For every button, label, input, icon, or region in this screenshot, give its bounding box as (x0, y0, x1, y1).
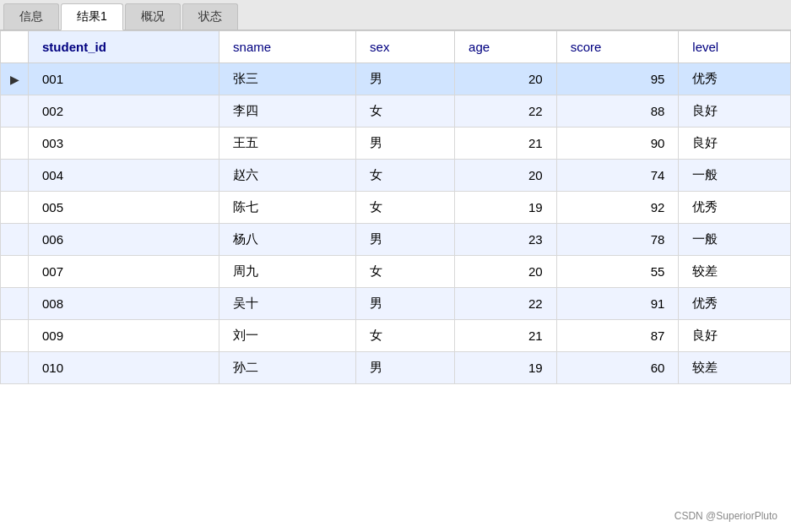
cell-score: 90 (556, 128, 679, 160)
row-indicator-header (1, 31, 29, 63)
cell-sname: 王五 (219, 128, 356, 160)
app-container: 信息结果1概况状态 student_idsnamesexagescoreleve… (0, 0, 791, 532)
cell-age: 23 (455, 224, 557, 256)
cell-sex: 女 (356, 95, 455, 128)
cell-sname: 李四 (219, 95, 356, 128)
cell-student_id: 010 (29, 352, 219, 384)
cell-score: 88 (556, 95, 679, 128)
cell-score: 55 (556, 256, 679, 288)
cell-level: 良好 (679, 128, 791, 160)
tab-bar: 信息结果1概况状态 (0, 0, 791, 30)
cell-age: 21 (455, 320, 557, 352)
cell-sname: 杨八 (219, 224, 356, 256)
cell-age: 21 (455, 128, 557, 160)
row-indicator-4 (1, 192, 29, 224)
table-row[interactable]: 010孙二男1960较差 (1, 352, 791, 384)
cell-age: 20 (455, 160, 557, 192)
col-header-age: age (455, 31, 557, 63)
cell-level: 优秀 (679, 192, 791, 224)
cell-level: 优秀 (679, 288, 791, 320)
cell-sname: 周九 (219, 256, 356, 288)
col-header-score: score (556, 31, 679, 63)
table-row[interactable]: 002李四女2288良好 (1, 95, 791, 128)
cell-student_id: 007 (29, 256, 219, 288)
row-indicator-1 (1, 95, 29, 128)
cell-sex: 男 (356, 288, 455, 320)
cell-sname: 刘一 (219, 320, 356, 352)
table-row[interactable]: 004赵六女2074一般 (1, 160, 791, 192)
row-indicator-6 (1, 256, 29, 288)
cell-sname: 张三 (219, 63, 356, 95)
cell-age: 22 (455, 288, 557, 320)
row-indicator-2 (1, 128, 29, 160)
table-row[interactable]: 003王五男2190良好 (1, 128, 791, 160)
table-row[interactable]: 006杨八男2378一般 (1, 224, 791, 256)
cell-student_id: 002 (29, 95, 219, 128)
tab-状态[interactable]: 状态 (182, 3, 238, 30)
table-row[interactable]: 005陈七女1992优秀 (1, 192, 791, 224)
cell-score: 78 (556, 224, 679, 256)
cell-score: 87 (556, 320, 679, 352)
col-header-level: level (679, 31, 791, 63)
cell-sname: 赵六 (219, 160, 356, 192)
row-indicator-5 (1, 224, 29, 256)
tab-信息[interactable]: 信息 (3, 3, 59, 30)
cell-age: 22 (455, 95, 557, 128)
row-indicator-9 (1, 352, 29, 384)
cell-sex: 女 (356, 256, 455, 288)
table-row[interactable]: ▶001张三男2095优秀 (1, 63, 791, 95)
cell-student_id: 009 (29, 320, 219, 352)
cell-score: 95 (556, 63, 679, 95)
cell-score: 74 (556, 160, 679, 192)
cell-level: 良好 (679, 320, 791, 352)
cell-level: 优秀 (679, 63, 791, 95)
table-container: student_idsnamesexagescorelevel ▶001张三男2… (0, 30, 791, 532)
cell-sname: 吴十 (219, 288, 356, 320)
table-row[interactable]: 007周九女2055较差 (1, 256, 791, 288)
cell-age: 19 (455, 352, 557, 384)
cell-sex: 男 (356, 224, 455, 256)
col-header-student_id: student_id (29, 31, 219, 63)
cell-level: 一般 (679, 160, 791, 192)
cell-level: 良好 (679, 95, 791, 128)
cell-score: 60 (556, 352, 679, 384)
cell-level: 较差 (679, 352, 791, 384)
col-header-sex: sex (356, 31, 455, 63)
cell-student_id: 005 (29, 192, 219, 224)
cell-sex: 女 (356, 160, 455, 192)
cell-sex: 男 (356, 63, 455, 95)
cell-score: 92 (556, 192, 679, 224)
cell-sex: 男 (356, 352, 455, 384)
cell-sex: 男 (356, 128, 455, 160)
cell-sname: 陈七 (219, 192, 356, 224)
table-row[interactable]: 008吴十男2291优秀 (1, 288, 791, 320)
cell-student_id: 006 (29, 224, 219, 256)
cell-student_id: 008 (29, 288, 219, 320)
cell-sex: 女 (356, 320, 455, 352)
cell-age: 19 (455, 192, 557, 224)
watermark: CSDN @SuperiorPluto (675, 510, 777, 522)
cell-student_id: 003 (29, 128, 219, 160)
tab-结果1[interactable]: 结果1 (61, 3, 123, 30)
row-indicator-0: ▶ (1, 63, 29, 95)
tab-概况[interactable]: 概况 (125, 3, 181, 30)
cell-student_id: 004 (29, 160, 219, 192)
col-header-sname: sname (219, 31, 356, 63)
cell-age: 20 (455, 256, 557, 288)
results-table: student_idsnamesexagescorelevel ▶001张三男2… (0, 30, 791, 384)
table-row[interactable]: 009刘一女2187良好 (1, 320, 791, 352)
row-indicator-7 (1, 288, 29, 320)
cell-student_id: 001 (29, 63, 219, 95)
cell-sname: 孙二 (219, 352, 356, 384)
row-indicator-3 (1, 160, 29, 192)
cell-sex: 女 (356, 192, 455, 224)
cell-age: 20 (455, 63, 557, 95)
row-indicator-8 (1, 320, 29, 352)
cell-level: 较差 (679, 256, 791, 288)
cell-score: 91 (556, 288, 679, 320)
cell-level: 一般 (679, 224, 791, 256)
